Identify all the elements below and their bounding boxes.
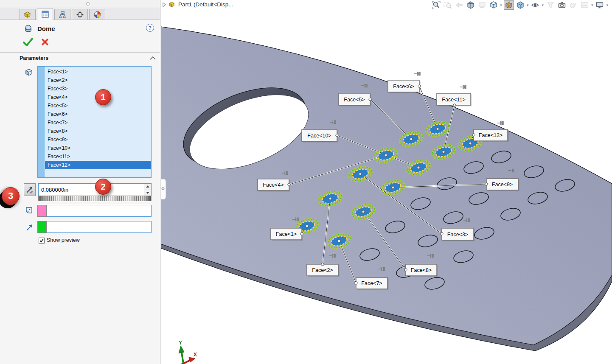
apply-scene-dropdown[interactable]: ▾ [591, 3, 593, 7]
hide-show-items-icon [531, 1, 539, 9]
green-swatch [37, 221, 47, 233]
part-icon [24, 11, 32, 19]
graphics-area[interactable]: Part1 (Default<Disp... ▾▾▾▾▾ Face<5>Face [161, 0, 612, 364]
face-callout-label: Face<3> [447, 232, 468, 238]
section-view-icon [466, 1, 475, 9]
pushpin-icon[interactable] [497, 121, 503, 126]
pink-swatch [37, 205, 47, 217]
display-style-button[interactable] [515, 0, 525, 10]
help-button[interactable]: ? [146, 24, 154, 32]
parameters-header: Parameters [20, 55, 48, 61]
previous-view-icon [455, 1, 463, 9]
part-icon [168, 1, 176, 8]
pushpin-icon[interactable] [414, 72, 420, 76]
constraint-input[interactable] [47, 205, 152, 217]
display-manager-tab[interactable] [89, 9, 105, 20]
spinner-up-icon [146, 185, 149, 188]
face-callout-label: Face<10> [307, 133, 331, 139]
view-orientation-dropdown[interactable]: ▾ [500, 3, 502, 7]
face-callout-label: Face<9> [492, 182, 513, 188]
heads-up-toolbar: ▾▾▾▾▾ [431, 0, 609, 10]
cancel-x-icon [41, 38, 49, 46]
face-list-item[interactable]: Face<2> [45, 76, 151, 84]
show-preview-label: Show preview [47, 237, 80, 243]
face-list-item[interactable]: Face<1> [45, 67, 151, 76]
distance-input[interactable] [39, 184, 144, 196]
filter-button [545, 0, 556, 10]
face-callout-label: Face<8> [411, 267, 432, 273]
face-callout-label: Face<11> [442, 97, 465, 103]
dimxpert-manager-tab[interactable] [72, 9, 88, 20]
face-callout-label: Face<5> [344, 97, 365, 103]
ok-button[interactable] [22, 36, 34, 48]
display-style-icon [516, 1, 525, 9]
hide-show-items-dropdown[interactable]: ▾ [542, 3, 544, 7]
spinner-down-button[interactable] [144, 190, 151, 196]
quick-snapshot-button[interactable] [504, 0, 514, 10]
zoom-to-area-icon [444, 1, 452, 9]
pushpin-icon[interactable] [460, 85, 466, 90]
collapse-chevron-icon[interactable] [150, 56, 156, 60]
panel-splitter-handle[interactable] [86, 2, 90, 6]
face-callout-label: Face<4> [263, 182, 284, 188]
face-list-item[interactable]: Face<12> [45, 161, 151, 169]
face-list-item[interactable]: Face<6> [45, 110, 151, 118]
previous-view-button [454, 0, 464, 10]
show-preview-checkbox[interactable] [39, 238, 45, 244]
apply-scene-icon [581, 1, 589, 9]
orientation-triad: Y X [179, 340, 197, 364]
view-settings-button[interactable] [595, 0, 605, 10]
property-manager-panel: Dome ? Parameters Face<1>Face<2>Face<3>F… [0, 0, 160, 364]
property-manager-tab[interactable] [37, 8, 53, 20]
zoom-to-area-button [443, 0, 453, 10]
faces-to-dome-icon [24, 67, 34, 77]
part-name-label[interactable]: Part1 (Default<Disp... [178, 1, 233, 8]
viewport-splitter-tab[interactable] [161, 179, 166, 199]
feature-manager-tab[interactable] [20, 9, 36, 20]
selection-color-strip [38, 67, 45, 177]
callout-balloon-1: 1 [95, 89, 111, 105]
display-style-dropdown[interactable]: ▾ [527, 3, 529, 7]
view-orientation-button[interactable] [488, 0, 499, 10]
model-view[interactable]: Face<5>Face<6>Face<11>Face<12>Face<10>Fa… [161, 0, 612, 364]
edit-appearance-button [568, 0, 578, 10]
crosshair-icon [76, 11, 84, 19]
zoom-to-fit-button[interactable] [431, 0, 441, 10]
direction-input[interactable] [47, 221, 152, 233]
spinner-up-button[interactable] [144, 184, 151, 190]
zoom-to-fit-icon [432, 1, 441, 9]
display-ball-icon [93, 11, 101, 19]
face-list-item[interactable]: Face<7> [45, 118, 151, 127]
camera-button[interactable] [557, 0, 567, 10]
constraint-sketch-icon [24, 206, 34, 216]
face-callout-label: Face<1> [276, 231, 297, 237]
face-list-item[interactable]: Face<8> [45, 127, 151, 135]
configuration-manager-tab[interactable] [54, 9, 70, 20]
face-callout-label: Face<2> [312, 267, 333, 273]
hide-show-items-button[interactable] [530, 0, 540, 10]
face-callout-label: Face<12> [479, 132, 503, 138]
spinner-down-icon [146, 192, 149, 194]
view-orientation-icon [489, 1, 498, 9]
view-settings-dropdown[interactable]: ▾ [606, 3, 608, 7]
filter-icon [546, 1, 555, 9]
direction-arrow-icon [25, 223, 34, 232]
face-callout-label: Face<7> [361, 280, 382, 286]
dome-feature-icon [24, 24, 33, 33]
cancel-button[interactable] [39, 36, 51, 48]
distance-thumbwheel[interactable] [38, 196, 152, 201]
feature-title: Dome [37, 25, 55, 32]
expand-arrow-icon[interactable] [163, 2, 166, 7]
reverse-direction-icon [25, 185, 34, 195]
dynamic-annotation-views-icon [478, 1, 486, 9]
faces-selection-list: Face<1>Face<2>Face<3>Face<4>Face<5>Face<… [37, 66, 152, 178]
feature-tree-flyout: Part1 (Default<Disp... [163, 1, 233, 8]
checkmark-icon [39, 238, 44, 243]
face-list-item[interactable]: Face<9> [45, 135, 151, 144]
face-list-item[interactable]: Face<11> [45, 152, 151, 161]
section-view-button[interactable] [466, 0, 476, 10]
face-list-item[interactable]: Face<10> [45, 144, 151, 152]
face-callout-label: Face<6> [393, 84, 414, 90]
reverse-direction-button[interactable] [24, 183, 36, 196]
camera-icon [558, 1, 566, 9]
